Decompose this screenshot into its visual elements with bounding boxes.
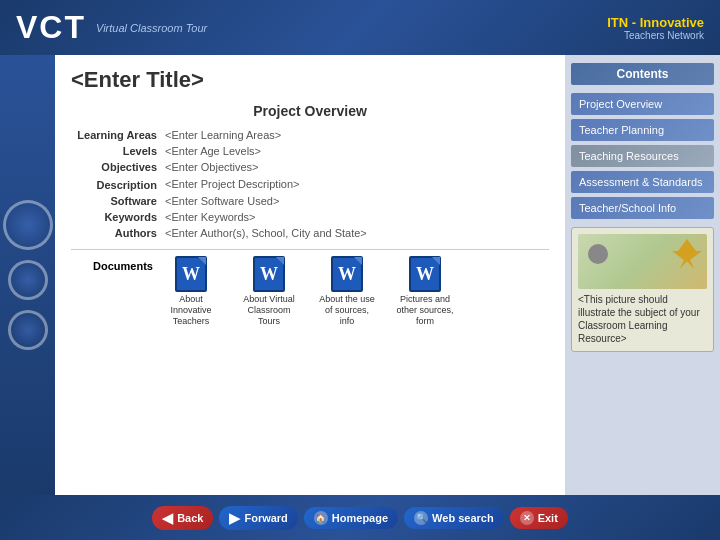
deco-circle-2 [8,260,48,300]
image-caption: <This picture should illustrate the subj… [578,293,707,345]
forward-label: Forward [244,512,287,524]
value-software: <Enter Software Used> [161,193,549,209]
main-area: <Enter Title> Project Overview Learning … [0,55,720,495]
exit-button[interactable]: ✕ Exit [510,507,568,529]
homepage-button[interactable]: 🏠 Homepage [304,507,398,529]
sidebar-item-assessment-standards[interactable]: Assessment & Standards [571,171,714,193]
exit-icon: ✕ [520,511,534,525]
value-levels: <Enter Age Levels> [161,143,549,159]
table-row: Software <Enter Software Used> [71,193,549,209]
forward-arrow-icon: ▶ [229,510,240,526]
back-label: Back [177,512,203,524]
project-form: Learning Areas <Enter Learning Areas> Le… [71,127,549,241]
sidebar-item-teacher-school-info[interactable]: Teacher/School Info [571,197,714,219]
back-arrow-icon: ◀ [162,510,173,526]
sidebar-item-teacher-planning[interactable]: Teacher Planning [571,119,714,141]
contents-header: Contents [571,63,714,85]
documents-icons: About Innovative Teachers About Virtual … [161,256,455,326]
image-placeholder: <This picture should illustrate the subj… [571,227,714,352]
divider [71,249,549,250]
footer-nav: ◀ Back ▶ Forward 🏠 Homepage 🔍 Web search… [0,495,720,540]
vct-subtitle: Virtual Classroom Tour [96,22,207,34]
itn-label: ITN - Innovative [607,15,704,30]
home-icon: 🏠 [314,511,328,525]
table-row: Keywords <Enter Keywords> [71,209,549,225]
table-row: Description <Enter Project Description> [71,175,549,193]
label-keywords: Keywords [71,209,161,225]
doc-ear [354,257,362,265]
doc-label-2: About the use of sources, info [317,294,377,326]
value-objectives: <Enter Objectives> [161,159,549,175]
doc-label-0: About Innovative Teachers [161,294,221,326]
table-row: Objectives <Enter Objectives> [71,159,549,175]
deco-circle-1 [3,200,53,250]
word-doc-icon[interactable] [409,256,441,292]
list-item[interactable]: Pictures and other sources, form [395,256,455,326]
list-item[interactable]: About Innovative Teachers [161,256,221,326]
search-icon: 🔍 [414,511,428,525]
label-authors: Authors [71,225,161,241]
documents-section: Documents About Innovative Teachers Abou… [71,256,549,326]
sidebar-item-teaching-resources[interactable]: Teaching Resources [571,145,714,167]
doc-label-1: About Virtual Classroom Tours [239,294,299,326]
table-row: Authors <Enter Author(s), School, City a… [71,225,549,241]
doc-ear [432,257,440,265]
itn-sublabel: Teachers Network [607,30,704,41]
websearch-button[interactable]: 🔍 Web search [404,507,504,529]
exit-label: Exit [538,512,558,524]
placeholder-visual [578,234,707,289]
label-objectives: Objectives [71,159,161,175]
content-area: <Enter Title> Project Overview Learning … [55,55,565,495]
vct-logo: VCT [16,9,86,46]
value-learning-areas: <Enter Learning Areas> [161,127,549,143]
forward-button[interactable]: ▶ Forward [219,506,297,530]
app-header: VCT Virtual Classroom Tour ITN - Innovat… [0,0,720,55]
list-item[interactable]: About the use of sources, info [317,256,377,326]
right-sidebar: Contents Project Overview Teacher Planni… [565,55,720,495]
doc-ear [198,257,206,265]
word-doc-icon[interactable] [175,256,207,292]
word-doc-icon[interactable] [253,256,285,292]
list-item[interactable]: About Virtual Classroom Tours [239,256,299,326]
documents-label: Documents [71,256,161,272]
label-software: Software [71,193,161,209]
page-title: <Enter Title> [71,67,549,93]
value-description: <Enter Project Description> [161,175,549,193]
label-description: Description [71,175,161,193]
section-title: Project Overview [71,103,549,119]
logo-area: VCT Virtual Classroom Tour [16,9,207,46]
label-learning-areas: Learning Areas [71,127,161,143]
back-button[interactable]: ◀ Back [152,506,213,530]
sidebar-item-project-overview[interactable]: Project Overview [571,93,714,115]
table-row: Learning Areas <Enter Learning Areas> [71,127,549,143]
table-row: Levels <Enter Age Levels> [71,143,549,159]
left-decoration [0,55,55,495]
itn-area: ITN - Innovative Teachers Network [607,15,704,41]
doc-ear [276,257,284,265]
value-authors: <Enter Author(s), School, City and State… [161,225,549,241]
websearch-label: Web search [432,512,494,524]
word-doc-icon[interactable] [331,256,363,292]
doc-label-3: Pictures and other sources, form [395,294,455,326]
homepage-label: Homepage [332,512,388,524]
label-levels: Levels [71,143,161,159]
value-keywords: <Enter Keywords> [161,209,549,225]
deco-circle-3 [8,310,48,350]
